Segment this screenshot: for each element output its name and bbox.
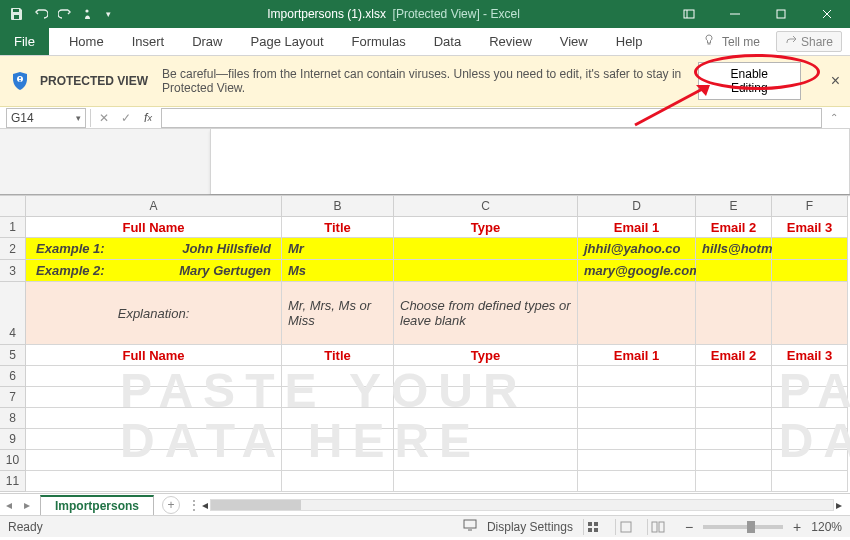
formula-input[interactable] xyxy=(161,108,822,128)
row-header-7[interactable]: 7 xyxy=(0,387,26,408)
zoom-out-button[interactable]: − xyxy=(685,519,693,535)
cell-b7[interactable] xyxy=(282,387,394,408)
tab-insert[interactable]: Insert xyxy=(118,28,179,55)
cell-a1[interactable]: Full Name xyxy=(26,217,282,238)
cell-c7[interactable] xyxy=(394,387,578,408)
view-page-break-icon[interactable] xyxy=(647,519,669,535)
cell-d9[interactable] xyxy=(578,429,696,450)
zoom-level[interactable]: 120% xyxy=(811,520,842,534)
cell-d1[interactable]: Email 1 xyxy=(578,217,696,238)
chevron-down-icon[interactable]: ▾ xyxy=(76,113,81,123)
cell-e11[interactable] xyxy=(696,471,772,492)
tab-file[interactable]: File xyxy=(0,28,49,55)
cell-d8[interactable] xyxy=(578,408,696,429)
undo-icon[interactable] xyxy=(34,7,48,21)
cell-c6[interactable] xyxy=(394,366,578,387)
cell-e2[interactable]: hills@hotmail.com xyxy=(696,238,772,260)
cell-c9[interactable] xyxy=(394,429,578,450)
sheet-next-icon[interactable]: ▸ xyxy=(18,498,36,512)
cell-b2[interactable]: Mr xyxy=(282,238,394,260)
cell-b6[interactable] xyxy=(282,366,394,387)
cell-e6[interactable] xyxy=(696,366,772,387)
cell-d10[interactable] xyxy=(578,450,696,471)
tab-draw[interactable]: Draw xyxy=(178,28,236,55)
cell-b3[interactable]: Ms xyxy=(282,260,394,282)
cell-f3[interactable] xyxy=(772,260,848,282)
cell-c8[interactable] xyxy=(394,408,578,429)
cell-f5[interactable]: Email 3 xyxy=(772,345,848,366)
cell-b11[interactable] xyxy=(282,471,394,492)
cell-f2[interactable] xyxy=(772,238,848,260)
protected-view-close-icon[interactable]: × xyxy=(831,72,840,90)
cell-a10[interactable] xyxy=(26,450,282,471)
cell-e4[interactable] xyxy=(696,282,772,345)
horizontal-scrollbar[interactable]: ⋮ ◂ ▸ xyxy=(188,498,842,512)
cell-f11[interactable] xyxy=(772,471,848,492)
cell-d6[interactable] xyxy=(578,366,696,387)
qat-dropdown-icon[interactable]: ▾ xyxy=(106,9,111,19)
row-header-4[interactable]: 4 xyxy=(0,282,26,345)
cell-b8[interactable] xyxy=(282,408,394,429)
display-settings-label[interactable]: Display Settings xyxy=(487,520,573,534)
cell-a2[interactable]: Example 1:John Hillsfield xyxy=(26,238,282,260)
cell-c5[interactable]: Type xyxy=(394,345,578,366)
scroll-track[interactable] xyxy=(210,499,834,511)
cell-f4[interactable] xyxy=(772,282,848,345)
row-header-11[interactable]: 11 xyxy=(0,471,26,492)
tab-page-layout[interactable]: Page Layout xyxy=(237,28,338,55)
col-header-c[interactable]: C xyxy=(394,196,578,217)
cancel-formula-button[interactable]: ✕ xyxy=(95,108,113,128)
cell-e8[interactable] xyxy=(696,408,772,429)
col-header-d[interactable]: D xyxy=(578,196,696,217)
cell-c11[interactable] xyxy=(394,471,578,492)
cell-e10[interactable] xyxy=(696,450,772,471)
touch-mode-icon[interactable] xyxy=(82,7,96,21)
cell-f6[interactable] xyxy=(772,366,848,387)
cell-d2[interactable]: jhhil@yahoo.co xyxy=(578,238,696,260)
cell-e3[interactable] xyxy=(696,260,772,282)
cell-d4[interactable] xyxy=(578,282,696,345)
col-header-b[interactable]: B xyxy=(282,196,394,217)
cell-b10[interactable] xyxy=(282,450,394,471)
tab-review[interactable]: Review xyxy=(475,28,546,55)
col-header-a[interactable]: A xyxy=(26,196,282,217)
cell-b1[interactable]: Title xyxy=(282,217,394,238)
cell-c1[interactable]: Type xyxy=(394,217,578,238)
cell-f7[interactable] xyxy=(772,387,848,408)
minimize-button[interactable] xyxy=(712,0,758,28)
zoom-slider[interactable] xyxy=(703,525,783,529)
select-all-corner[interactable] xyxy=(0,196,26,217)
formula-expand-icon[interactable]: ⌃ xyxy=(830,112,844,123)
row-header-9[interactable]: 9 xyxy=(0,429,26,450)
tab-formulas[interactable]: Formulas xyxy=(338,28,420,55)
enter-formula-button[interactable]: ✓ xyxy=(117,108,135,128)
cell-c3[interactable] xyxy=(394,260,578,282)
close-button[interactable] xyxy=(804,0,850,28)
cell-d5[interactable]: Email 1 xyxy=(578,345,696,366)
col-header-e[interactable]: E xyxy=(696,196,772,217)
row-header-6[interactable]: 6 xyxy=(0,366,26,387)
row-header-5[interactable]: 5 xyxy=(0,345,26,366)
save-icon[interactable] xyxy=(10,7,24,21)
tab-view[interactable]: View xyxy=(546,28,602,55)
row-header-8[interactable]: 8 xyxy=(0,408,26,429)
cell-c2[interactable] xyxy=(394,238,578,260)
fx-button[interactable]: fx xyxy=(139,108,157,128)
cell-a3[interactable]: Example 2:Mary Gertugen xyxy=(26,260,282,282)
tab-home[interactable]: Home xyxy=(55,28,118,55)
cell-b9[interactable] xyxy=(282,429,394,450)
scroll-thumb[interactable] xyxy=(211,500,301,510)
cell-a9[interactable] xyxy=(26,429,282,450)
tab-data[interactable]: Data xyxy=(420,28,475,55)
view-normal-icon[interactable] xyxy=(583,519,605,535)
cell-b5[interactable]: Title xyxy=(282,345,394,366)
cell-a6[interactable] xyxy=(26,366,282,387)
cell-c10[interactable] xyxy=(394,450,578,471)
share-button[interactable]: Share xyxy=(776,31,842,52)
row-header-1[interactable]: 1 xyxy=(0,217,26,238)
cell-a11[interactable] xyxy=(26,471,282,492)
display-settings-icon[interactable] xyxy=(463,519,477,534)
new-sheet-button[interactable]: + xyxy=(162,496,180,514)
cell-e7[interactable] xyxy=(696,387,772,408)
cell-a7[interactable] xyxy=(26,387,282,408)
